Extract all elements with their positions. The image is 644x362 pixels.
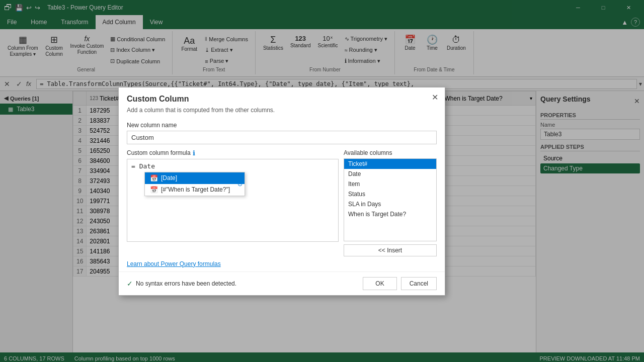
autocomplete-target-icon: 📅: [150, 186, 158, 194]
dialog-subtitle: Add a column that is computed from the o…: [127, 107, 437, 114]
insert-button[interactable]: << Insert: [344, 244, 437, 256]
column-name-label: New column name: [127, 122, 437, 129]
available-columns-list: Ticket# Date Item Status SLA in Days: [344, 158, 437, 241]
available-item-sla[interactable]: SLA in Days: [344, 199, 436, 209]
autocomplete-dropdown: 📅 [Date] ⊙ 📅 [#"When is Target Date?"]: [144, 172, 245, 196]
dialog-title: Custom Column: [127, 95, 437, 104]
ok-button[interactable]: OK: [363, 277, 396, 290]
available-ticket-label: Ticket#: [348, 160, 367, 167]
dialog-footer: ✓ No syntax errors have been detected. O…: [119, 272, 445, 295]
custom-column-dialog: ✕ Custom Column Add a column that is com…: [118, 87, 445, 296]
dialog-status: ✓ No syntax errors have been detected.: [127, 280, 236, 288]
available-columns-header: Available columns: [344, 149, 437, 156]
available-item-date[interactable]: Date: [344, 169, 436, 179]
available-item-label: Item: [348, 180, 360, 188]
available-sla-label: SLA in Days: [348, 201, 381, 208]
cancel-button[interactable]: Cancel: [401, 277, 437, 290]
available-target-label: When is Target Date?: [348, 211, 406, 218]
autocomplete-item-date[interactable]: 📅 [Date] ⊙: [145, 172, 245, 184]
formula-section: Custom column formula ℹ = Date 📅 [Date] …: [127, 149, 437, 256]
formula-left: Custom column formula ℹ = Date 📅 [Date] …: [127, 149, 339, 256]
dialog-overlay: ✕ Custom Column Add a column that is com…: [0, 0, 644, 362]
dialog-buttons: OK Cancel: [363, 277, 437, 290]
column-name-row: New column name: [127, 122, 437, 144]
dialog-header: Custom Column Add a column that is compu…: [119, 87, 445, 118]
formula-label-text: Custom column formula: [127, 149, 191, 156]
formula-info-icon: ℹ: [193, 149, 195, 157]
available-item-ticket[interactable]: Ticket#: [344, 159, 436, 169]
autocomplete-date-label: [Date]: [161, 174, 177, 182]
formula-label: Custom column formula ℹ: [127, 149, 339, 157]
learn-link[interactable]: Learn about Power Query formulas: [127, 260, 221, 267]
autocomplete-date-icon: 📅: [150, 174, 158, 182]
autocomplete-target-label: [#"When is Target Date?"]: [161, 186, 230, 193]
scroll-indicator: ⊙: [237, 180, 243, 188]
formula-right: Available columns Ticket# Date Item Stat…: [344, 149, 437, 256]
available-date-label: Date: [348, 170, 361, 177]
formula-textarea[interactable]: = Date: [127, 159, 339, 242]
learn-link-row: Learn about Power Query formulas: [127, 260, 437, 267]
formula-textarea-wrap: = Date 📅 [Date] ⊙ 📅 [#"When is Target Da…: [127, 159, 339, 243]
dialog-close-button[interactable]: ✕: [429, 92, 441, 104]
available-item-status[interactable]: Status: [344, 189, 436, 199]
available-item-target[interactable]: When is Target Date?: [344, 209, 436, 219]
status-check-icon: ✓: [127, 280, 133, 288]
available-status-label: Status: [348, 191, 365, 198]
autocomplete-item-target[interactable]: 📅 [#"When is Target Date?"]: [145, 184, 245, 196]
column-name-input[interactable]: [127, 131, 437, 144]
dialog-body: New column name Custom column formula ℹ …: [119, 118, 445, 272]
status-message: No syntax errors have been detected.: [136, 280, 236, 287]
available-item-item[interactable]: Item: [344, 179, 436, 189]
